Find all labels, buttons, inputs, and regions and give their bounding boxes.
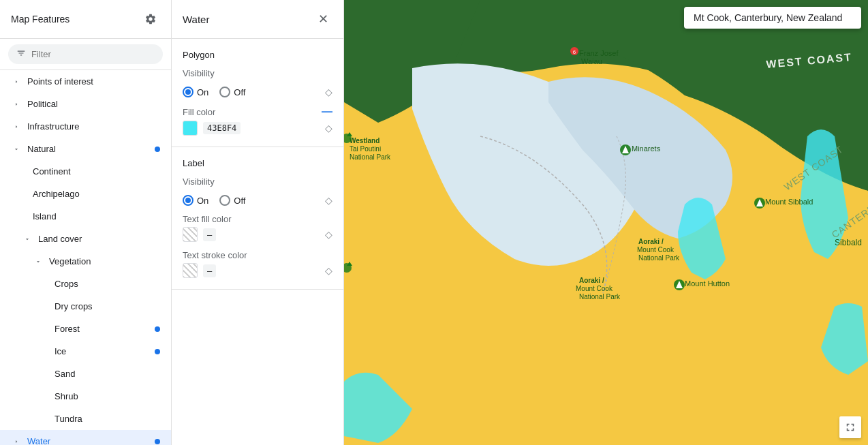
chevron-right-icon: [11, 78, 22, 85]
filter-input[interactable]: [31, 49, 155, 59]
fill-color-swatch[interactable]: [183, 121, 198, 136]
text-fill-color-label: Text fill color: [183, 214, 232, 224]
panel-title: Water: [183, 14, 209, 25]
svg-text:National Park: National Park: [638, 254, 680, 262]
chevron-right-icon: [11, 438, 22, 445]
sidebar-item-island[interactable]: Island: [0, 205, 171, 228]
sidebar-item-label: Sand: [55, 369, 75, 379]
sidebar-item-tundra[interactable]: Tundra: [0, 408, 171, 430]
nav-list: Points of interestPoliticalInfrastructur…: [0, 70, 171, 445]
label-visibility-diamond[interactable]: ◇: [325, 195, 332, 206]
text-fill-color-row[interactable]: –: [183, 227, 216, 242]
sidebar-item-label: Points of interest: [27, 76, 93, 87]
sidebar-item-water[interactable]: Water: [0, 430, 171, 445]
chevron-down-icon: [11, 146, 22, 153]
sidebar-item-vegetation[interactable]: Vegetation: [0, 250, 171, 273]
sidebar-item-label: Ice: [55, 346, 66, 356]
label-on-option[interactable]: On: [183, 195, 208, 206]
label-visibility-options: On Off: [183, 195, 245, 206]
svg-text:Franz Josef: Franz Josef: [579, 49, 619, 57]
label-section: Label Visibility On Off ◇ Text fill colo…: [172, 147, 343, 290]
chevron-down-icon: [22, 236, 33, 243]
sidebar-item-natural[interactable]: Natural: [0, 138, 171, 160]
chevron-right-icon: [11, 123, 22, 130]
sidebar-item-label: Continent: [33, 166, 71, 177]
settings-button[interactable]: [141, 10, 160, 29]
svg-text:Sibbald: Sibbald: [835, 238, 862, 247]
sidebar-item-ice[interactable]: Ice: [0, 340, 171, 363]
sidebar-item-label: Tundra: [55, 414, 82, 424]
svg-text:Minarets: Minarets: [632, 144, 661, 153]
polygon-section-title: Polygon: [183, 50, 332, 60]
svg-text:Mount Hutton: Mount Hutton: [685, 279, 730, 288]
sidebar-item-label: Crops: [55, 279, 78, 289]
label-visibility-row: Visibility: [183, 177, 332, 187]
svg-text:6: 6: [573, 49, 576, 55]
filter-icon: [16, 48, 26, 60]
polygon-off-option[interactable]: Off: [219, 87, 245, 97]
map-search-text: Mt Cook, Canterbury, New Zealand: [694, 12, 842, 23]
fill-color-diamond[interactable]: ◇: [325, 123, 332, 134]
sidebar-item-crops[interactable]: Crops: [0, 273, 171, 295]
sidebar-item-political[interactable]: Political: [0, 93, 171, 115]
sidebar-item-dry-crops[interactable]: Dry crops: [0, 295, 171, 318]
modified-dot: [155, 326, 160, 332]
map-area[interactable]: WEST COAST CANTERBURY WEST COAST CANTERB…: [344, 0, 868, 445]
polygon-on-radio[interactable]: [183, 87, 193, 97]
properties-panel: Water ✕ Polygon Visibility On Off ◇ Fill…: [172, 0, 344, 445]
panel-header: Water ✕: [172, 0, 343, 39]
close-button[interactable]: ✕: [313, 10, 332, 29]
fill-color-row[interactable]: 43E8F4: [183, 121, 241, 136]
label-off-option[interactable]: Off: [219, 195, 245, 206]
sidebar-item-archipelago[interactable]: Archipelago: [0, 183, 171, 205]
svg-text:Aoraki /: Aoraki /: [579, 277, 604, 284]
text-stroke-color-swatch[interactable]: [183, 263, 198, 278]
polygon-on-option[interactable]: On: [183, 87, 208, 97]
polygon-visibility-label: Visibility: [183, 68, 215, 78]
fill-color-label: Fill color: [183, 107, 215, 117]
label-off-radio[interactable]: [219, 195, 230, 206]
modified-dot: [155, 439, 160, 444]
svg-text:Tai Poutini: Tai Poutini: [350, 145, 381, 153]
label-section-title: Label: [183, 158, 332, 168]
polygon-visibility-diamond[interactable]: ◇: [325, 87, 332, 97]
sidebar-item-forest[interactable]: Forest: [0, 318, 171, 340]
sidebar-item-label: Forest: [55, 324, 80, 334]
sidebar-item-label: Vegetation: [49, 256, 91, 266]
sidebar-item-sand[interactable]: Sand: [0, 363, 171, 385]
map-expand-button[interactable]: [839, 416, 861, 438]
sidebar-item-label: Island: [33, 211, 57, 221]
filter-input-wrap[interactable]: [8, 44, 163, 64]
polygon-visibility-row: Visibility: [183, 68, 332, 78]
polygon-off-radio[interactable]: [219, 87, 230, 97]
fill-color-value: 43E8F4: [203, 122, 241, 134]
map-search-box: Mt Cook, Canterbury, New Zealand: [684, 7, 861, 29]
text-stroke-color-diamond[interactable]: ◇: [325, 265, 332, 276]
polygon-section: Polygon Visibility On Off ◇ Fill color —: [172, 39, 343, 147]
sidebar-item-label: Dry crops: [55, 301, 93, 311]
modified-dot: [155, 147, 160, 152]
filter-bar: [0, 39, 171, 70]
sidebar-item-infrastructure[interactable]: Infrastructure: [0, 115, 171, 138]
sidebar-item-label: Infrastructure: [27, 121, 80, 132]
fill-color-indicator: —: [322, 106, 332, 118]
sidebar-item-shrub[interactable]: Shrub: [0, 385, 171, 408]
chevron-down-icon: [33, 258, 44, 265]
sidebar-title: Map Features: [11, 14, 69, 25]
map-canvas: WEST COAST CANTERBURY WEST COAST CANTERB…: [344, 0, 868, 445]
svg-text:Westland: Westland: [350, 137, 379, 144]
sidebar-item-label: Archipelago: [33, 189, 80, 199]
sidebar-item-points-of-interest[interactable]: Points of interest: [0, 70, 171, 93]
sidebar-item-land-cover[interactable]: Land cover: [0, 228, 171, 250]
modified-dot: [155, 349, 160, 354]
sidebar-item-continent[interactable]: Continent: [0, 160, 171, 183]
svg-text:Mount Cook: Mount Cook: [637, 246, 675, 254]
label-on-radio[interactable]: [183, 195, 193, 206]
sidebar-item-label: Natural: [27, 144, 56, 154]
text-stroke-color-row[interactable]: –: [183, 263, 216, 278]
text-fill-color-swatch[interactable]: [183, 227, 198, 242]
svg-text:Aoraki /: Aoraki /: [638, 238, 664, 245]
sidebar-item-label: Water: [27, 436, 50, 445]
sidebar: Map Features Points of interestPolitical…: [0, 0, 172, 445]
text-fill-color-diamond[interactable]: ◇: [325, 229, 332, 240]
